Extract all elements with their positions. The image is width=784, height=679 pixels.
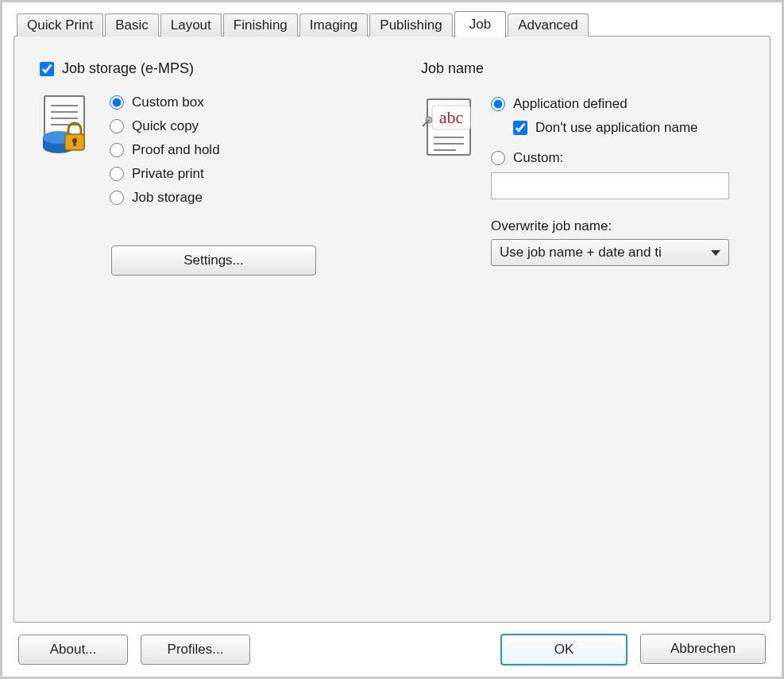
radio-proof-and-hold[interactable]: Proof and hold <box>110 142 220 158</box>
radio-quick-copy-input[interactable] <box>110 119 124 133</box>
radio-private-print[interactable]: Private print <box>110 166 220 182</box>
tab-job[interactable]: Job <box>454 11 506 37</box>
radio-application-defined-input[interactable] <box>491 97 505 111</box>
radio-custom-box-label: Custom box <box>132 95 204 110</box>
document-abc-icon: abc <box>421 96 477 158</box>
custom-job-name-input[interactable] <box>491 172 729 199</box>
job-name-title: Job name <box>421 60 744 77</box>
radio-job-storage[interactable]: Job storage <box>110 190 220 206</box>
radio-quick-copy[interactable]: Quick copy <box>110 118 220 134</box>
job-name-body: abc Application defined Don't use applic… <box>421 96 744 266</box>
settings-button-wrap: Settings... <box>111 245 373 276</box>
job-storage-radio-list: Custom box Quick copy Proof and hold Pri… <box>110 95 220 206</box>
chevron-down-icon <box>711 250 720 256</box>
cancel-button[interactable]: Abbrechen <box>640 634 766 664</box>
tab-panel-job: Job storage (e-MPS) <box>14 36 770 623</box>
tabstrip: Quick Print Basic Layout Finishing Imagi… <box>17 10 770 37</box>
profiles-button[interactable]: Profiles... <box>141 635 250 665</box>
job-name-section: Job name abc <box>421 60 744 598</box>
radio-custom[interactable]: Custom: <box>491 150 563 166</box>
tab-basic[interactable]: Basic <box>105 14 159 37</box>
job-storage-checkbox-label: Job storage (e-MPS) <box>62 60 194 77</box>
document-lock-drive-icon <box>40 95 95 158</box>
radio-custom-input[interactable] <box>491 151 505 165</box>
job-storage-checkbox[interactable]: Job storage (e-MPS) <box>40 60 373 77</box>
tab-finishing[interactable]: Finishing <box>223 14 298 37</box>
tab-advanced[interactable]: Advanced <box>508 14 589 37</box>
tab-publishing[interactable]: Publishing <box>369 14 452 37</box>
radio-custom-label: Custom: <box>513 150 563 166</box>
bottom-right-buttons: OK Abbrechen <box>500 634 766 665</box>
overwrite-job-name-label: Overwrite job name: <box>491 218 744 234</box>
bottom-left-buttons: About... Profiles... <box>18 635 250 665</box>
radio-application-defined-label: Application defined <box>513 96 628 112</box>
radio-job-storage-label: Job storage <box>132 190 203 206</box>
checkbox-dont-use-app-name[interactable]: Don't use application name <box>513 120 698 136</box>
radio-job-storage-input[interactable] <box>110 191 124 205</box>
job-name-controls: Application defined Don't use applicatio… <box>491 96 744 266</box>
radio-custom-box[interactable]: Custom box <box>110 95 220 110</box>
checkbox-dont-use-app-name-input[interactable] <box>513 121 527 135</box>
tab-layout[interactable]: Layout <box>160 14 222 37</box>
radio-private-print-label: Private print <box>132 166 204 182</box>
radio-quick-copy-label: Quick copy <box>132 118 199 134</box>
bottom-bar: About... Profiles... OK Abbrechen <box>14 623 770 665</box>
tab-quick-print[interactable]: Quick Print <box>17 14 103 37</box>
checkbox-dont-use-app-name-label: Don't use application name <box>535 120 698 136</box>
overwrite-job-name-combo[interactable]: Use job name + date and ti <box>491 239 729 266</box>
radio-proof-and-hold-input[interactable] <box>110 143 124 157</box>
svg-rect-10 <box>74 141 76 146</box>
radio-custom-box-input[interactable] <box>110 95 124 110</box>
ok-button[interactable]: OK <box>500 634 628 665</box>
overwrite-job-name-selected: Use job name + date and ti <box>500 245 662 260</box>
radio-proof-and-hold-label: Proof and hold <box>132 142 220 158</box>
settings-button[interactable]: Settings... <box>111 245 316 276</box>
tab-imaging[interactable]: Imaging <box>299 14 368 37</box>
radio-application-defined[interactable]: Application defined <box>491 96 628 112</box>
printer-settings-dialog: Quick Print Basic Layout Finishing Imagi… <box>0 0 784 679</box>
job-storage-checkbox-input[interactable] <box>40 62 54 76</box>
svg-text:abc: abc <box>439 107 464 127</box>
about-button[interactable]: About... <box>18 635 128 665</box>
radio-private-print-input[interactable] <box>110 167 124 181</box>
job-storage-section: Job storage (e-MPS) <box>40 60 373 598</box>
job-storage-body: Custom box Quick copy Proof and hold Pri… <box>40 95 373 206</box>
